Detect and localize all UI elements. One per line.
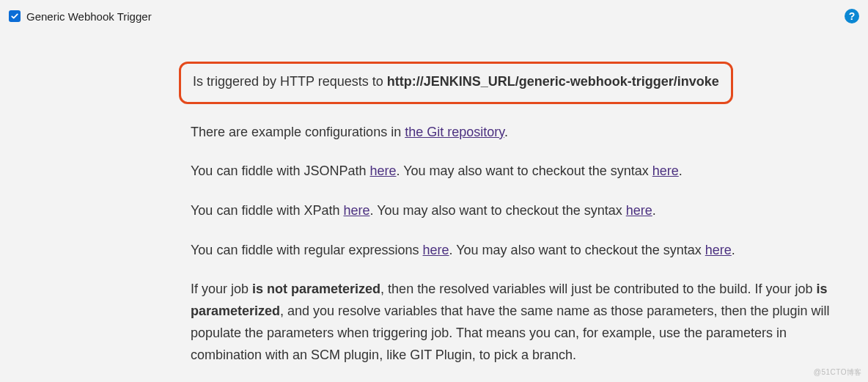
watermark-text: @51CTO博客 — [814, 367, 862, 378]
callout-prefix: Is triggered by HTTP requests to — [193, 74, 387, 89]
not-parameterized-bold: is not parameterized — [252, 282, 380, 296]
xpath-syntax-link[interactable]: here — [626, 203, 652, 218]
git-repository-link[interactable]: the Git repository — [405, 125, 504, 139]
section-header: Generic Webhook Trigger ? — [9, 7, 859, 26]
example-config-paragraph: There are example configurations in the … — [191, 122, 843, 144]
regex-paragraph: You can fiddle with regular expressions … — [191, 240, 843, 262]
jsonpath-fiddle-link[interactable]: here — [369, 164, 396, 178]
regex-syntax-link[interactable]: here — [705, 243, 732, 257]
config-section: Generic Webhook Trigger ? Is triggered b… — [0, 0, 868, 378]
check-icon — [10, 12, 19, 21]
generic-webhook-trigger-checkbox[interactable] — [9, 10, 21, 22]
regex-fiddle-link[interactable]: here — [423, 243, 449, 257]
section-label: Generic Webhook Trigger — [26, 10, 152, 23]
xpath-fiddle-link[interactable]: here — [343, 203, 369, 218]
help-icon[interactable]: ? — [845, 9, 859, 23]
jsonpath-paragraph: You can fiddle with JSONPath here. You m… — [191, 161, 843, 183]
jsonpath-syntax-link[interactable]: here — [652, 164, 679, 178]
xpath-paragraph: You can fiddle with XPath here. You may … — [191, 200, 843, 222]
callout-url: http://JENKINS_URL/generic-webhook-trigg… — [387, 74, 719, 89]
help-content: Is triggered by HTTP requests to http://… — [191, 62, 843, 366]
trigger-url-callout: Is triggered by HTTP requests to http://… — [179, 62, 733, 104]
parameterized-paragraph: If your job is not parameterized, then t… — [191, 279, 843, 366]
